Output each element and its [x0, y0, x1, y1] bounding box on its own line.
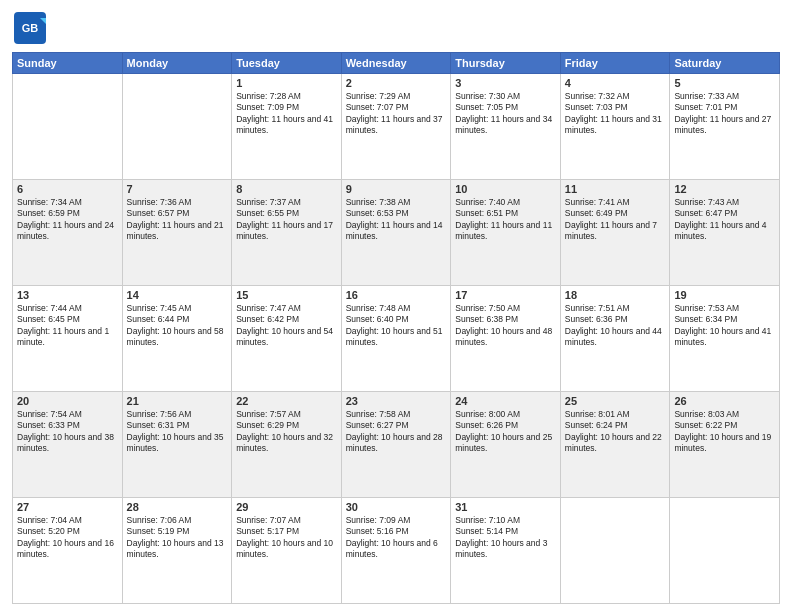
- day-content: Sunrise: 7:33 AM Sunset: 7:01 PM Dayligh…: [674, 91, 775, 137]
- calendar-cell: 2Sunrise: 7:29 AM Sunset: 7:07 PM Daylig…: [341, 74, 451, 180]
- day-number: 7: [127, 183, 228, 195]
- calendar-cell: 8Sunrise: 7:37 AM Sunset: 6:55 PM Daylig…: [232, 180, 342, 286]
- day-content: Sunrise: 7:53 AM Sunset: 6:34 PM Dayligh…: [674, 303, 775, 349]
- day-number: 17: [455, 289, 556, 301]
- calendar-week-row: 6Sunrise: 7:34 AM Sunset: 6:59 PM Daylig…: [13, 180, 780, 286]
- day-content: Sunrise: 7:56 AM Sunset: 6:31 PM Dayligh…: [127, 409, 228, 455]
- day-number: 27: [17, 501, 118, 513]
- day-content: Sunrise: 7:57 AM Sunset: 6:29 PM Dayligh…: [236, 409, 337, 455]
- day-content: Sunrise: 8:01 AM Sunset: 6:24 PM Dayligh…: [565, 409, 666, 455]
- day-content: Sunrise: 7:06 AM Sunset: 5:19 PM Dayligh…: [127, 515, 228, 561]
- calendar-week-row: 1Sunrise: 7:28 AM Sunset: 7:09 PM Daylig…: [13, 74, 780, 180]
- calendar-cell: 10Sunrise: 7:40 AM Sunset: 6:51 PM Dayli…: [451, 180, 561, 286]
- svg-text:GB: GB: [22, 22, 39, 34]
- day-content: Sunrise: 7:54 AM Sunset: 6:33 PM Dayligh…: [17, 409, 118, 455]
- day-number: 18: [565, 289, 666, 301]
- day-content: Sunrise: 7:45 AM Sunset: 6:44 PM Dayligh…: [127, 303, 228, 349]
- day-number: 11: [565, 183, 666, 195]
- day-number: 30: [346, 501, 447, 513]
- calendar-cell: 3Sunrise: 7:30 AM Sunset: 7:05 PM Daylig…: [451, 74, 561, 180]
- calendar-cell: 31Sunrise: 7:10 AM Sunset: 5:14 PM Dayli…: [451, 498, 561, 604]
- calendar-cell: 18Sunrise: 7:51 AM Sunset: 6:36 PM Dayli…: [560, 286, 670, 392]
- calendar-cell: 4Sunrise: 7:32 AM Sunset: 7:03 PM Daylig…: [560, 74, 670, 180]
- day-number: 3: [455, 77, 556, 89]
- day-header-friday: Friday: [560, 53, 670, 74]
- calendar-cell: 25Sunrise: 8:01 AM Sunset: 6:24 PM Dayli…: [560, 392, 670, 498]
- calendar-cell: 27Sunrise: 7:04 AM Sunset: 5:20 PM Dayli…: [13, 498, 123, 604]
- day-content: Sunrise: 7:51 AM Sunset: 6:36 PM Dayligh…: [565, 303, 666, 349]
- calendar-cell: 24Sunrise: 8:00 AM Sunset: 6:26 PM Dayli…: [451, 392, 561, 498]
- day-number: 26: [674, 395, 775, 407]
- day-number: 20: [17, 395, 118, 407]
- day-number: 1: [236, 77, 337, 89]
- day-number: 31: [455, 501, 556, 513]
- day-content: Sunrise: 7:41 AM Sunset: 6:49 PM Dayligh…: [565, 197, 666, 243]
- day-content: Sunrise: 7:07 AM Sunset: 5:17 PM Dayligh…: [236, 515, 337, 561]
- calendar-week-row: 27Sunrise: 7:04 AM Sunset: 5:20 PM Dayli…: [13, 498, 780, 604]
- day-content: Sunrise: 7:50 AM Sunset: 6:38 PM Dayligh…: [455, 303, 556, 349]
- day-content: Sunrise: 7:30 AM Sunset: 7:05 PM Dayligh…: [455, 91, 556, 137]
- day-number: 10: [455, 183, 556, 195]
- day-content: Sunrise: 7:34 AM Sunset: 6:59 PM Dayligh…: [17, 197, 118, 243]
- day-content: Sunrise: 7:37 AM Sunset: 6:55 PM Dayligh…: [236, 197, 337, 243]
- day-content: Sunrise: 7:09 AM Sunset: 5:16 PM Dayligh…: [346, 515, 447, 561]
- calendar-cell: 11Sunrise: 7:41 AM Sunset: 6:49 PM Dayli…: [560, 180, 670, 286]
- day-number: 4: [565, 77, 666, 89]
- day-content: Sunrise: 7:38 AM Sunset: 6:53 PM Dayligh…: [346, 197, 447, 243]
- calendar-cell: 23Sunrise: 7:58 AM Sunset: 6:27 PM Dayli…: [341, 392, 451, 498]
- day-content: Sunrise: 8:00 AM Sunset: 6:26 PM Dayligh…: [455, 409, 556, 455]
- calendar-cell: 17Sunrise: 7:50 AM Sunset: 6:38 PM Dayli…: [451, 286, 561, 392]
- day-number: 28: [127, 501, 228, 513]
- day-number: 19: [674, 289, 775, 301]
- day-content: Sunrise: 7:32 AM Sunset: 7:03 PM Dayligh…: [565, 91, 666, 137]
- day-number: 8: [236, 183, 337, 195]
- day-number: 25: [565, 395, 666, 407]
- day-content: Sunrise: 7:48 AM Sunset: 6:40 PM Dayligh…: [346, 303, 447, 349]
- day-number: 12: [674, 183, 775, 195]
- day-number: 2: [346, 77, 447, 89]
- calendar-cell: 26Sunrise: 8:03 AM Sunset: 6:22 PM Dayli…: [670, 392, 780, 498]
- day-header-tuesday: Tuesday: [232, 53, 342, 74]
- calendar-cell: 21Sunrise: 7:56 AM Sunset: 6:31 PM Dayli…: [122, 392, 232, 498]
- calendar-header-row: SundayMondayTuesdayWednesdayThursdayFrid…: [13, 53, 780, 74]
- day-header-wednesday: Wednesday: [341, 53, 451, 74]
- calendar-cell: 12Sunrise: 7:43 AM Sunset: 6:47 PM Dayli…: [670, 180, 780, 286]
- header: GB: [12, 10, 780, 46]
- calendar-cell: [560, 498, 670, 604]
- calendar-cell: 29Sunrise: 7:07 AM Sunset: 5:17 PM Dayli…: [232, 498, 342, 604]
- calendar-cell: 7Sunrise: 7:36 AM Sunset: 6:57 PM Daylig…: [122, 180, 232, 286]
- calendar-week-row: 20Sunrise: 7:54 AM Sunset: 6:33 PM Dayli…: [13, 392, 780, 498]
- day-number: 29: [236, 501, 337, 513]
- calendar-table: SundayMondayTuesdayWednesdayThursdayFrid…: [12, 52, 780, 604]
- day-number: 16: [346, 289, 447, 301]
- logo-icon: GB: [12, 10, 48, 46]
- day-header-monday: Monday: [122, 53, 232, 74]
- calendar-cell: 15Sunrise: 7:47 AM Sunset: 6:42 PM Dayli…: [232, 286, 342, 392]
- day-header-thursday: Thursday: [451, 53, 561, 74]
- day-number: 22: [236, 395, 337, 407]
- calendar-cell: [670, 498, 780, 604]
- calendar-cell: 22Sunrise: 7:57 AM Sunset: 6:29 PM Dayli…: [232, 392, 342, 498]
- calendar-cell: [13, 74, 123, 180]
- day-number: 9: [346, 183, 447, 195]
- calendar-cell: 14Sunrise: 7:45 AM Sunset: 6:44 PM Dayli…: [122, 286, 232, 392]
- calendar-week-row: 13Sunrise: 7:44 AM Sunset: 6:45 PM Dayli…: [13, 286, 780, 392]
- day-number: 24: [455, 395, 556, 407]
- day-content: Sunrise: 7:43 AM Sunset: 6:47 PM Dayligh…: [674, 197, 775, 243]
- calendar-cell: 13Sunrise: 7:44 AM Sunset: 6:45 PM Dayli…: [13, 286, 123, 392]
- day-content: Sunrise: 7:58 AM Sunset: 6:27 PM Dayligh…: [346, 409, 447, 455]
- day-content: Sunrise: 7:28 AM Sunset: 7:09 PM Dayligh…: [236, 91, 337, 137]
- calendar-cell: 9Sunrise: 7:38 AM Sunset: 6:53 PM Daylig…: [341, 180, 451, 286]
- day-content: Sunrise: 7:36 AM Sunset: 6:57 PM Dayligh…: [127, 197, 228, 243]
- day-content: Sunrise: 7:10 AM Sunset: 5:14 PM Dayligh…: [455, 515, 556, 561]
- calendar-cell: 20Sunrise: 7:54 AM Sunset: 6:33 PM Dayli…: [13, 392, 123, 498]
- day-number: 23: [346, 395, 447, 407]
- calendar-cell: 19Sunrise: 7:53 AM Sunset: 6:34 PM Dayli…: [670, 286, 780, 392]
- day-content: Sunrise: 8:03 AM Sunset: 6:22 PM Dayligh…: [674, 409, 775, 455]
- day-header-saturday: Saturday: [670, 53, 780, 74]
- calendar-cell: 30Sunrise: 7:09 AM Sunset: 5:16 PM Dayli…: [341, 498, 451, 604]
- day-content: Sunrise: 7:29 AM Sunset: 7:07 PM Dayligh…: [346, 91, 447, 137]
- day-content: Sunrise: 7:40 AM Sunset: 6:51 PM Dayligh…: [455, 197, 556, 243]
- day-content: Sunrise: 7:04 AM Sunset: 5:20 PM Dayligh…: [17, 515, 118, 561]
- day-number: 14: [127, 289, 228, 301]
